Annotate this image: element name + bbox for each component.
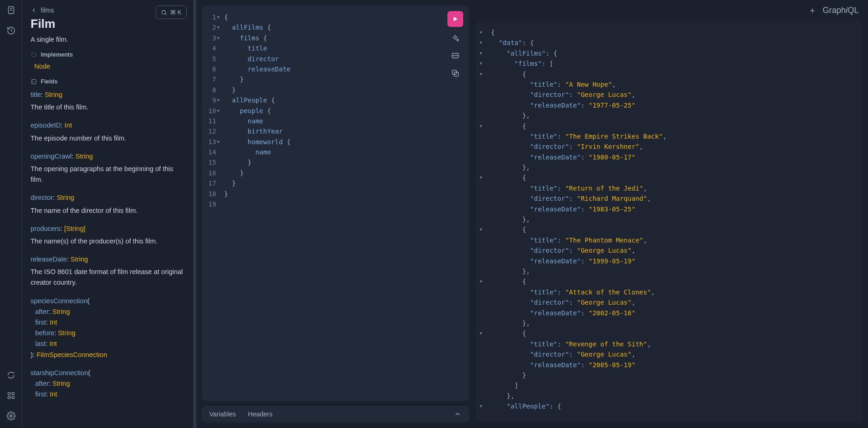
history-icon[interactable] — [6, 26, 16, 37]
shortcuts-icon[interactable] — [6, 391, 16, 402]
implements-icon — [31, 51, 37, 58]
svg-point-7 — [10, 415, 12, 417]
svg-point-10 — [31, 52, 36, 57]
fields-icon — [31, 78, 37, 85]
icon-sidebar — [0, 0, 22, 428]
field-entry: speciesConnection(after: Stringfirst: In… — [31, 296, 185, 360]
docs-panel: ⌘ K films Film A single film. Implements… — [22, 0, 194, 428]
implements-header: Implements — [31, 51, 185, 58]
breadcrumb-parent: films — [41, 6, 54, 14]
implements-link[interactable]: Node — [34, 63, 185, 70]
query-editor[interactable]: 1▼2▼3▼4 5 6 7 8 9▼10▼11 12 13▼14 15 16 1… — [202, 6, 469, 401]
search-button[interactable]: ⌘ K — [156, 6, 187, 19]
search-shortcut: ⌘ K — [170, 9, 182, 16]
field-entry: title: StringThe title of this film. — [31, 89, 185, 113]
fields-header: Fields — [31, 78, 185, 85]
graphiql-logo: GraphiQL — [823, 6, 859, 15]
refresh-icon[interactable] — [6, 371, 16, 382]
chevron-left-icon — [31, 7, 37, 13]
tab-variables[interactable]: Variables — [209, 410, 236, 418]
field-entry: releaseDate: StringThe ISO 8601 date for… — [31, 254, 185, 288]
search-icon — [161, 9, 167, 16]
svg-rect-5 — [8, 396, 10, 399]
type-description: A single film. — [31, 36, 185, 43]
copy-icon[interactable] — [451, 69, 460, 80]
svg-point-8 — [162, 10, 165, 14]
field-entry: starshipConnection(after: Stringfirst: I… — [31, 368, 185, 400]
docs-icon[interactable] — [6, 6, 16, 17]
svg-line-9 — [165, 13, 166, 15]
settings-icon[interactable] — [6, 411, 16, 422]
response-viewer[interactable]: ▼▼▼▼▼▼▼▼▼▼▼ { "data": { "allFilms": { "f… — [476, 21, 862, 422]
svg-rect-11 — [31, 79, 36, 83]
field-entry: openingCrawl: StringThe opening paragrap… — [31, 151, 185, 185]
editor-tabs: Variables Headers — [202, 406, 469, 422]
merge-icon[interactable] — [451, 51, 460, 62]
field-entry: episodeID: IntThe episode number of this… — [31, 120, 185, 143]
svg-rect-4 — [12, 392, 14, 395]
tab-headers[interactable]: Headers — [248, 410, 272, 418]
field-entry: producers: [String]The name(s) of the pr… — [31, 224, 185, 247]
chevron-up-icon[interactable] — [454, 410, 461, 418]
execute-button[interactable] — [447, 11, 463, 27]
field-entry: director: StringThe name of the director… — [31, 192, 185, 216]
svg-rect-6 — [12, 396, 14, 399]
svg-marker-13 — [454, 17, 458, 21]
prettify-icon[interactable] — [451, 33, 460, 45]
add-tab-icon[interactable] — [809, 7, 816, 14]
svg-point-12 — [33, 81, 33, 82]
svg-rect-3 — [8, 392, 10, 395]
